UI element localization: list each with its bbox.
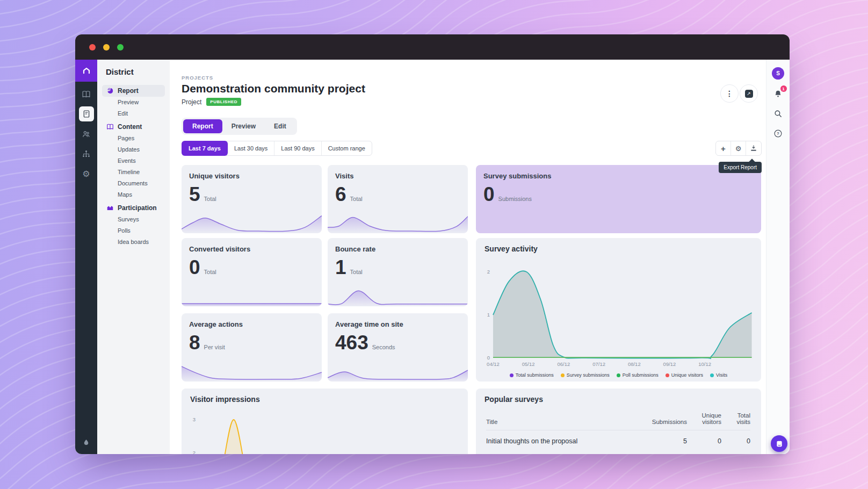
range-custom[interactable]: Custom range [322,141,372,155]
stat-card-visits: Visits 6Total [328,165,468,233]
hierarchy-nav-icon[interactable] [79,146,94,161]
sparkline-chart [182,360,322,382]
open-project-button[interactable]: ↗ [740,84,758,103]
breadcrumb[interactable]: PROJECTS [182,75,213,81]
avatar[interactable]: S [772,67,784,80]
sidebar-item-report[interactable]: Report [102,85,165,97]
sparkline-chart [182,212,322,233]
sparkline-chart [328,360,468,382]
popular-surveys-card: Popular surveys TitleSubmissionsUnique v… [476,389,761,454]
range-last-7-days[interactable]: Last 7 days [182,141,228,156]
stat-card-unique-visitors: Unique visitors 5Total [182,165,322,233]
minimize-window-button[interactable] [103,44,110,51]
tab-preview[interactable]: Preview [222,119,265,133]
svg-text:0: 0 [487,355,490,361]
home-icon [81,66,92,76]
stat-unit: Total [204,196,216,202]
app-icon-rail: ⚙ [75,60,97,454]
report-settings-button[interactable]: ⚙ [731,141,746,155]
stat-value: 1 [335,257,346,277]
range-last-90-days[interactable]: Last 90 days [274,141,321,155]
chart-legend: Total submissionsSurvey submissionsPoll … [476,372,761,378]
desktop: { "theme": { "accent": "#6d28d9", "badge… [0,0,868,489]
legend-dot [710,373,714,377]
sidebar-item-label: Report [118,87,139,95]
sidebar-item-updates[interactable]: Updates [102,144,165,155]
sidebar-item-preview[interactable]: Preview [102,97,165,108]
tab-edit[interactable]: Edit [265,119,295,133]
account-rail: S 1 ? [766,60,790,454]
legend-dot [561,373,565,377]
legend-item-poll-submissions: Poll submissions [617,372,659,378]
add-widget-button[interactable]: + [716,141,731,155]
stat-unit: Total [350,196,363,202]
legend-item-unique-visitors: Unique visitors [666,372,703,378]
sidebar-item-content[interactable]: Content [102,121,165,133]
export-report-button[interactable] [746,141,761,155]
more-options-button[interactable]: ⋮ [720,84,739,103]
svg-text:3: 3 [193,416,196,422]
sidebar-item-documents[interactable]: Documents [102,178,165,189]
total-visits-cell: 0 [729,437,750,445]
audience-nav-icon[interactable] [79,126,94,141]
report-nav-icon[interactable] [79,106,94,121]
close-window-button[interactable] [89,44,96,51]
users-icon [82,130,91,139]
question-icon: ? [773,129,783,138]
pie-chart-icon [106,87,114,95]
theme-toggle-icon[interactable] [79,435,94,450]
table-header-row: TitleSubmissionsUnique visitorsTotal vis… [486,412,750,430]
sidebar-item-maps[interactable]: Maps [102,189,165,200]
stat-unit: Seconds [372,344,395,350]
search-button[interactable] [772,107,784,119]
column-header-submissions: Submissions [645,419,687,425]
window-titlebar [75,34,790,60]
stat-value: 8 [189,333,200,353]
column-header-unique-visitors: Unique visitors [695,412,721,425]
search-icon [773,109,783,118]
stat-card-converted-visitors: Converted visitors 0Total [182,238,322,306]
survey-activity-card: Survey activity 01204/1205/1206/1207/120… [476,238,761,382]
svg-text:08/12: 08/12 [628,361,641,367]
stat-value: 0 [189,257,200,277]
sidebar-item-idea-boards[interactable]: Idea boards [102,236,165,248]
stat-title: Unique visitors [189,172,240,180]
sidebar-item-timeline[interactable]: Timeline [102,167,165,178]
sidebar-nav: ReportPreviewEditContentPagesUpdatesEven… [102,85,165,248]
sidebar-item-edit[interactable]: Edit [102,108,165,119]
gear-icon: ⚙ [735,145,742,153]
sparkline-chart [182,285,322,306]
zoom-window-button[interactable] [117,44,124,51]
help-button[interactable]: ? [772,127,784,139]
notifications-button[interactable]: 1 [772,88,784,99]
date-range-control: Last 7 days Last 30 days Last 90 days Cu… [182,141,372,156]
sitemap-icon [82,149,91,159]
stat-title: Visits [335,172,353,180]
library-nav-icon[interactable] [79,87,94,102]
notification-count-badge: 1 [780,85,787,92]
sidebar-item-surveys[interactable]: Surveys [102,214,165,225]
range-last-30-days[interactable]: Last 30 days [228,141,274,155]
app-window: ⚙ District ReportPreviewEditContentPages… [75,34,790,454]
stat-unit: Per visit [204,344,225,350]
status-badge: PUBLISHED [206,98,241,106]
stat-title: Converted visitors [189,245,250,253]
sidebar-item-participation[interactable]: Participation [102,202,165,214]
sidebar-item-pages[interactable]: Pages [102,133,165,144]
external-link-icon: ↗ [745,90,753,98]
main-content: PROJECTS Demonstration community project… [170,60,766,454]
sidebar-item-polls[interactable]: Polls [102,225,165,236]
stat-card-average-actions: Average actions 8Per visit [182,313,322,382]
district-logo[interactable] [75,60,97,82]
sparkline-chart [328,285,468,306]
sidebar-item-events[interactable]: Events [102,155,165,167]
unique-visitors-cell: 0 [695,437,721,445]
chat-widget-button[interactable] [771,435,787,452]
droplet-icon [82,438,90,447]
settings-nav-icon[interactable]: ⚙ [79,166,94,181]
legend-dot [666,373,669,377]
stat-unit: Total [350,269,363,275]
table-row[interactable]: Initial thoughts on the proposal500 [486,430,750,445]
tab-report[interactable]: Report [183,119,222,133]
column-header-total-visits: Total visits [729,412,750,425]
